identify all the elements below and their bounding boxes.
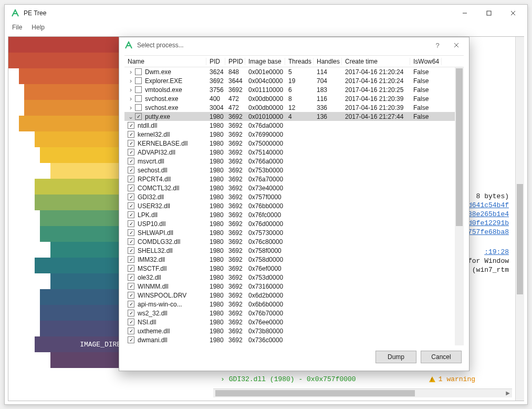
col-base[interactable]: Image base: [245, 58, 285, 65]
hash-link-1[interactable]: 38e265b1e4: [468, 210, 509, 218]
process-row[interactable]: ›svchost.exe4004720x00db000081162017-04-…: [124, 94, 464, 103]
dump-button[interactable]: Dump: [375, 351, 416, 363]
col-threads[interactable]: Threads: [285, 58, 314, 65]
module-checkbox[interactable]: [128, 328, 134, 334]
warning-label[interactable]: 1 warning: [429, 375, 475, 383]
module-checkbox[interactable]: [128, 202, 134, 209]
details-hscrollbar[interactable]: ◄ ►: [213, 388, 512, 397]
main-vscrollbar[interactable]: [515, 37, 524, 401]
chevron-down-icon[interactable]: ⌄: [128, 113, 134, 120]
hash-link-3[interactable]: 757fe68ba8: [468, 228, 509, 236]
module-checkbox[interactable]: [128, 301, 134, 308]
hash-link-2[interactable]: d0fe12291b: [468, 219, 509, 227]
maximize-button[interactable]: [477, 5, 501, 22]
module-checkbox[interactable]: [128, 238, 134, 245]
module-row[interactable]: GDI32.dll198036920x757f0000: [124, 192, 464, 201]
close-button[interactable]: [501, 5, 525, 22]
menu-file[interactable]: File: [8, 23, 26, 32]
timestamp-link[interactable]: :19:28: [484, 248, 509, 256]
module-checkbox[interactable]: [128, 274, 134, 281]
process-row[interactable]: ›vmtoolsd.exe375636920x0111000061832017-…: [124, 85, 464, 94]
module-checkbox[interactable]: [128, 158, 134, 165]
module-row[interactable]: COMCTL32.dll198036920x73e40000: [124, 183, 464, 192]
module-row[interactable]: LPK.dll198036920x76fc0000: [124, 210, 464, 219]
module-row[interactable]: USP10.dll198036920x76d00000: [124, 219, 464, 228]
module-checkbox[interactable]: [128, 176, 134, 182]
module-row[interactable]: IMM32.dll198036920x758d0000: [124, 255, 464, 264]
scroll-right-icon[interactable]: ►: [504, 389, 512, 397]
process-checkbox[interactable]: [135, 77, 142, 84]
process-checkbox[interactable]: [135, 95, 142, 102]
chevron-right-icon[interactable]: ›: [128, 77, 134, 85]
main-titlebar[interactable]: PE Tree: [5, 5, 527, 22]
module-row[interactable]: ADVAPI32.dll198036920x75140000: [124, 148, 464, 157]
col-handles[interactable]: Handles: [314, 58, 342, 65]
chevron-right-icon[interactable]: ›: [128, 95, 134, 103]
chevron-right-icon[interactable]: ›: [128, 86, 134, 94]
module-checkbox[interactable]: [128, 229, 134, 236]
module-checkbox[interactable]: [128, 220, 134, 227]
module-row[interactable]: NSI.dll198036920x76ee0000: [124, 318, 464, 326]
module-row[interactable]: ole32.dll198036920x753d0000: [124, 273, 464, 282]
vscroll-thumb[interactable]: [517, 184, 523, 294]
process-row[interactable]: ›Explorer.EXE369236440x004c0000197042017…: [124, 76, 464, 85]
minimize-button[interactable]: [453, 5, 477, 22]
process-list-header[interactable]: Name PID PPID Image base Threads Handles…: [124, 56, 464, 67]
module-row[interactable]: sechost.dll198036920x753b0000: [124, 166, 464, 175]
module-row[interactable]: USER32.dll198036920x76bb0000: [124, 201, 464, 210]
process-checkbox[interactable]: [135, 68, 142, 75]
process-checkbox[interactable]: [135, 113, 142, 120]
module-checkbox[interactable]: [128, 336, 134, 343]
module-row[interactable]: msvcrt.dll198036920x766a0000: [124, 157, 464, 166]
module-checkbox[interactable]: [128, 167, 134, 173]
module-checkbox[interactable]: [128, 140, 134, 147]
cancel-button[interactable]: Cancel: [421, 351, 462, 363]
process-list[interactable]: Name PID PPID Image base Threads Handles…: [124, 55, 464, 345]
module-row[interactable]: RPCRT4.dll198036920x76a70000: [124, 175, 464, 183]
process-row[interactable]: ›svchost.exe30044720x00db0000123362017-0…: [124, 103, 464, 112]
module-checkbox[interactable]: [128, 131, 134, 138]
col-pid[interactable]: PID: [206, 58, 225, 65]
module-checkbox[interactable]: [128, 185, 134, 191]
module-checkbox[interactable]: [128, 292, 134, 299]
module-line[interactable]: ›GDI32.dll (1980) - 0x0x757f0000: [221, 375, 356, 383]
module-row[interactable]: api-ms-win-co...198036920x6b6b0000: [124, 300, 464, 309]
col-name[interactable]: Name: [124, 58, 206, 65]
process-row[interactable]: ›Dwm.exe36248480x001e000051142017-04-16 …: [124, 67, 464, 76]
process-checkbox[interactable]: [135, 86, 142, 93]
module-row[interactable]: COMDLG32.dll198036920x76c80000: [124, 237, 464, 246]
menu-help[interactable]: Help: [27, 23, 49, 32]
module-checkbox[interactable]: [128, 247, 134, 254]
module-checkbox[interactable]: [128, 310, 134, 316]
module-row[interactable]: MSCTF.dll198036920x76ef0000: [124, 264, 464, 273]
chevron-right-icon[interactable]: ›: [128, 68, 134, 76]
module-checkbox[interactable]: [128, 283, 134, 290]
module-row[interactable]: ws2_32.dll198036920x76b70000: [124, 309, 464, 318]
process-row[interactable]: ⌄putty.exe198036920x0101000041362017-04-…: [124, 112, 464, 121]
module-checkbox[interactable]: [128, 193, 134, 200]
chevron-right-icon[interactable]: ›: [128, 104, 134, 111]
process-checkbox[interactable]: [135, 104, 142, 111]
module-row[interactable]: WINMM.dll198036920x73160000: [124, 282, 464, 291]
module-checkbox[interactable]: [128, 122, 134, 129]
dialog-close-button[interactable]: [447, 37, 466, 53]
hash-link-0[interactable]: d641c54b4f: [468, 201, 509, 209]
module-row[interactable]: dwmani.dll198036920x736c0000: [124, 335, 464, 344]
module-row[interactable]: KERNELBASE.dll198036920x75000000: [124, 139, 464, 148]
module-row[interactable]: WINSPOOL.DRV198036920x6d2b0000: [124, 291, 464, 300]
module-checkbox[interactable]: [128, 211, 134, 218]
dialog-help-button[interactable]: ?: [428, 37, 447, 53]
col-ppid[interactable]: PPID: [225, 58, 245, 65]
col-createtime[interactable]: Create time: [342, 58, 410, 65]
dialog-vscrollbar[interactable]: [455, 67, 464, 345]
module-row[interactable]: uxtheme.dll198036920x73b80000: [124, 326, 464, 335]
module-row[interactable]: ntdll.dll198036920x76da0000: [124, 121, 464, 130]
dialog-vscroll-thumb[interactable]: [456, 68, 463, 226]
col-iswow64[interactable]: IsWow64: [410, 58, 442, 65]
dialog-titlebar[interactable]: Select process... ?: [119, 37, 469, 53]
module-checkbox[interactable]: [128, 149, 134, 156]
module-row[interactable]: kernel32.dll198036920x76990000: [124, 130, 464, 139]
module-checkbox[interactable]: [128, 265, 134, 272]
module-row[interactable]: SHELL32.dll198036920x758f0000: [124, 246, 464, 255]
module-checkbox[interactable]: [128, 256, 134, 263]
